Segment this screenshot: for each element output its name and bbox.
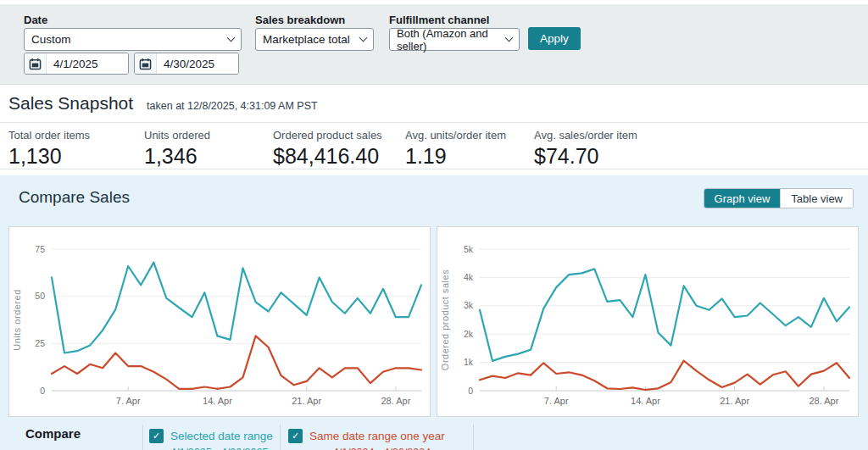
svg-text:75: 75	[35, 244, 45, 254]
selected-date-range-checkbox[interactable]: ✓	[149, 429, 164, 443]
divider	[280, 425, 281, 450]
svg-text:21. Apr: 21. Apr	[292, 396, 321, 406]
svg-text:3k: 3k	[464, 300, 474, 310]
stat-label: Total order items	[8, 129, 144, 142]
date-filter-label: Date	[24, 14, 47, 26]
svg-text:14. Apr: 14. Apr	[203, 396, 232, 406]
svg-text:1k: 1k	[464, 357, 474, 367]
svg-text:Units ordered: Units ordered	[12, 289, 22, 351]
svg-text:25: 25	[35, 338, 45, 348]
selected-date-range-label: Selected date range	[170, 430, 273, 442]
divider	[473, 425, 474, 450]
stat-value: 1.19	[405, 144, 534, 169]
svg-text:7. Apr: 7. Apr	[116, 396, 141, 406]
graph-view-button[interactable]: Graph view	[704, 189, 781, 208]
svg-text:50: 50	[35, 291, 45, 301]
check-icon: ✓	[292, 431, 299, 441]
sales-snapshot-title: Sales Snapshot	[8, 93, 133, 114]
svg-text:14. Apr: 14. Apr	[631, 396, 660, 406]
stat-avg-units-per-order: Avg. units/order item 1.19	[405, 129, 534, 169]
stat-label: Avg. sales/order item	[534, 129, 637, 142]
filter-bar: Date Custom Sales breakdown Marketplace …	[0, 4, 868, 85]
stat-units-ordered: Units ordered 1,346	[144, 129, 273, 169]
sales-breakdown-label: Sales breakdown	[255, 14, 345, 26]
snapshot-stats-row: Total order items 1,130 Units ordered 1,…	[8, 129, 637, 169]
view-toggle: Graph view Table view	[704, 188, 854, 208]
svg-text:2k: 2k	[464, 329, 474, 339]
stat-total-order-items: Total order items 1,130	[8, 129, 144, 169]
stat-ordered-product-sales: Ordered product sales $84,416.40	[273, 129, 405, 169]
sales-breakdown-select[interactable]: Marketplace total	[255, 28, 374, 51]
stat-value: 1,130	[8, 144, 144, 169]
stat-value: $84,416.40	[273, 144, 405, 169]
check-icon: ✓	[153, 431, 160, 441]
sales-breakdown-select-value: Marketplace total	[263, 33, 350, 46]
svg-text:Ordered product sales: Ordered product sales	[440, 269, 450, 370]
svg-text:0: 0	[40, 386, 45, 396]
same-range-last-year-sublabel: ago: 4/1/2024 - 4/30/2024	[309, 447, 431, 450]
svg-text:28. Apr: 28. Apr	[810, 396, 839, 406]
stat-avg-sales-per-order: Avg. sales/order item $74.70	[534, 129, 637, 169]
start-date-input[interactable]	[47, 53, 128, 74]
same-range-last-year-label: Same date range one year	[309, 430, 445, 442]
stat-value: 1,346	[144, 144, 273, 169]
fulfillment-channel-select-value: Both (Amazon and seller)	[397, 27, 499, 53]
svg-text:21. Apr: 21. Apr	[720, 396, 749, 406]
svg-text:28. Apr: 28. Apr	[381, 396, 411, 406]
chevron-down-icon	[359, 34, 368, 42]
fulfillment-channel-label: Fulfillment channel	[389, 14, 489, 26]
start-date-field[interactable]	[24, 53, 129, 75]
divider	[0, 169, 868, 169]
sales-snapshot-section: Sales Snapshot taken at 12/8/2025, 4:31:…	[0, 85, 868, 175]
fulfillment-channel-select[interactable]: Both (Amazon and seller)	[389, 28, 520, 51]
svg-text:5k: 5k	[464, 244, 474, 254]
table-view-button[interactable]: Table view	[780, 189, 853, 208]
sales-dashboard-page: { "colors": { "accent": "#17808e", "line…	[0, 0, 868, 450]
svg-text:7. Apr: 7. Apr	[544, 396, 569, 406]
compare-sales-section: Compare Sales Graph view Table view 0255…	[0, 175, 868, 450]
end-date-input[interactable]	[157, 53, 238, 74]
units-ordered-chart[interactable]: 02550757. Apr14. Apr21. Apr28. AprUnits …	[8, 226, 431, 417]
divider	[0, 122, 868, 123]
date-range-select-value: Custom	[31, 33, 71, 46]
end-date-field[interactable]	[134, 53, 239, 75]
chevron-down-icon	[227, 34, 236, 42]
svg-text:0: 0	[468, 386, 473, 396]
calendar-icon[interactable]	[25, 53, 47, 74]
calendar-icon[interactable]	[135, 53, 157, 74]
same-range-last-year-checkbox[interactable]: ✓	[288, 429, 303, 443]
ordered-product-sales-chart[interactable]: 01k2k3k4k5k7. Apr14. Apr21. Apr28. AprOr…	[437, 226, 859, 417]
divider	[142, 425, 143, 450]
snapshot-timestamp: taken at 12/8/2025, 4:31:09 AM PST	[147, 100, 318, 112]
stat-value: $74.70	[534, 144, 637, 169]
stat-label: Ordered product sales	[273, 129, 405, 142]
stat-label: Avg. units/order item	[405, 129, 534, 142]
date-range-select[interactable]: Custom	[24, 28, 242, 51]
stat-label: Units ordered	[144, 129, 273, 142]
apply-button[interactable]: Apply	[528, 27, 581, 50]
chevron-down-icon	[505, 34, 514, 42]
compare-legend-heading: Compare	[25, 426, 81, 441]
svg-text:4k: 4k	[464, 272, 474, 282]
selected-date-range-sublabel: 4/1/2025 - 4/30/2025	[170, 447, 268, 450]
compare-sales-title: Compare Sales	[19, 188, 130, 207]
